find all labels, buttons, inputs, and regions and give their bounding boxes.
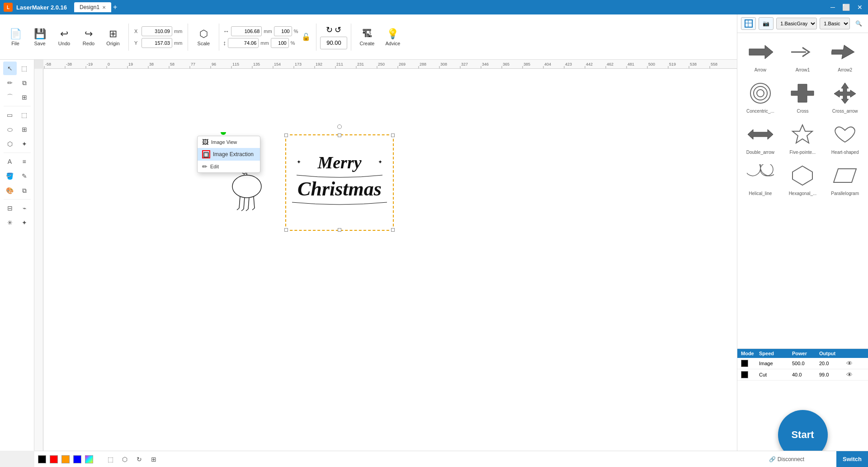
shape-item-five-pointed[interactable]: Five-pointe... xyxy=(783,119,822,157)
new-tab-button[interactable]: + xyxy=(113,3,117,11)
create-button[interactable]: 🏗 Create xyxy=(355,26,379,48)
shape-item-hexagonal[interactable]: Hexagonal_... xyxy=(783,160,822,198)
explode2-tool[interactable]: ✦ xyxy=(18,216,31,229)
polygon-tool[interactable]: ⬡ xyxy=(3,137,17,151)
shape-item-arrow1[interactable]: Arrow1 xyxy=(783,37,822,74)
explode-tool[interactable]: ✳ xyxy=(3,216,17,229)
fill-tool[interactable]: 🪣 xyxy=(3,169,17,183)
layer-row-image[interactable]: Image 500.0 20.0 👁 xyxy=(737,358,868,369)
active-tab[interactable]: Design1 ✕ xyxy=(74,2,111,12)
maximize-button[interactable]: ⬜ xyxy=(840,4,852,11)
text-tool[interactable]: A xyxy=(3,155,17,168)
popup-image-extraction[interactable]: 🔲 Image Extraction xyxy=(198,148,260,161)
image-layer-power: 20.0 xyxy=(819,361,846,366)
shape-item-cross[interactable]: Cross xyxy=(783,78,822,115)
handle-bl[interactable] xyxy=(284,228,288,232)
table-tool[interactable]: ⊟ xyxy=(3,201,17,215)
height-input[interactable] xyxy=(228,38,259,48)
layer-tool[interactable]: ⧉ xyxy=(18,184,31,197)
camera-tab[interactable]: 📷 xyxy=(759,17,774,30)
origin-button[interactable]: ⊞ Origin xyxy=(101,26,125,48)
node-tool[interactable]: ⬚ xyxy=(18,62,31,75)
svg-text:96: 96 xyxy=(212,62,216,67)
shape-panel-tab[interactable] xyxy=(741,17,756,30)
color-black[interactable] xyxy=(38,455,46,463)
shape-panel-header: 📷 1.BasicGray 1.Basic 🔍 xyxy=(737,14,868,33)
trace-tool[interactable]: ✎ xyxy=(18,169,31,183)
shape-subcategory-select[interactable]: 1.Basic xyxy=(820,18,850,29)
angle-input[interactable] xyxy=(320,37,347,49)
ellipse-tool[interactable]: ⬭ xyxy=(3,123,17,136)
width-input[interactable] xyxy=(231,26,262,36)
disconnect-button[interactable]: 🔗 Disconnect xyxy=(737,451,836,467)
star-tool[interactable]: ✦ xyxy=(18,137,31,151)
cut-layer-power: 99.0 xyxy=(819,372,846,377)
select-tool[interactable]: ↖ xyxy=(3,62,17,75)
shape-item-double-arrow[interactable]: Double_arrow xyxy=(741,119,780,157)
handle-br[interactable] xyxy=(391,228,395,232)
tool-row-8: 🪣 ✎ xyxy=(3,169,31,183)
shape-item-arrow2[interactable]: Arrow2 xyxy=(826,37,864,74)
x-input[interactable] xyxy=(142,26,172,36)
clone-tool[interactable]: ⧉ xyxy=(18,76,31,90)
shape-category-select[interactable]: 1.BasicGray xyxy=(776,18,817,29)
text2-tool[interactable]: ≡ xyxy=(18,155,31,168)
align-tool[interactable]: ⊞ xyxy=(18,91,31,104)
svg-text:538: 538 xyxy=(690,62,697,67)
color-tool[interactable]: 🎨 xyxy=(3,184,17,197)
select-rect-tool[interactable]: ⬚ xyxy=(104,453,117,466)
refresh-tool[interactable]: ↻ xyxy=(133,453,146,466)
svg-line-86 xyxy=(241,209,244,211)
tab-close-button[interactable]: ✕ xyxy=(102,5,106,10)
height-pct-input[interactable] xyxy=(271,38,289,48)
save-button[interactable]: 💾 Save xyxy=(28,26,52,48)
popup-edit[interactable]: ✏ Edit xyxy=(198,161,260,172)
rect-tool[interactable]: ▭ xyxy=(3,108,17,122)
tool-row-4: ▭ ⬚ xyxy=(3,108,31,122)
width-pct-input[interactable] xyxy=(274,26,292,36)
height-row: ↕ mm % xyxy=(223,38,298,48)
grid-view-tool[interactable]: ⊞ xyxy=(147,453,160,466)
redo-button[interactable]: ↪ Redo xyxy=(77,26,100,48)
file-button[interactable]: 📄 File xyxy=(4,26,27,48)
color-gradient[interactable] xyxy=(85,455,93,463)
shape-item-parallelogram[interactable]: Parallelogram xyxy=(826,160,864,198)
curve-tool[interactable]: ⌒ xyxy=(3,91,17,104)
handle-tm[interactable] xyxy=(338,133,341,137)
advice-button[interactable]: 💡 Advice xyxy=(381,26,405,48)
handle-bm[interactable] xyxy=(338,228,341,232)
close-button[interactable]: ✕ xyxy=(855,4,864,11)
color-blue[interactable] xyxy=(73,455,81,463)
origin-icon: ⊞ xyxy=(109,28,117,40)
undo-button[interactable]: ↩ Undo xyxy=(52,26,76,48)
magic-select-tool[interactable]: ⬡ xyxy=(118,453,131,466)
grid-tool[interactable]: ⊞ xyxy=(18,123,31,136)
path-tool[interactable]: ⌁ xyxy=(18,201,31,215)
rotate-ccw-icon[interactable]: ↺ xyxy=(335,25,341,35)
rotate-handle[interactable] xyxy=(337,124,342,129)
canvas[interactable]: .mc-text { font-family: 'Georgia', serif… xyxy=(43,69,737,451)
shape-item-helical[interactable]: Helical_line xyxy=(741,160,780,198)
pen-tool[interactable]: ✏ xyxy=(3,76,17,90)
handle-tl[interactable] xyxy=(284,133,288,137)
y-input[interactable] xyxy=(142,38,172,48)
christmas-image-container[interactable]: .mc-text { font-family: 'Georgia', serif… xyxy=(288,137,392,229)
image-layer-eye[interactable]: 👁 xyxy=(846,360,864,367)
lock-icon[interactable]: 🔓 xyxy=(302,33,311,41)
switch-button[interactable]: Switch xyxy=(836,451,868,467)
shape-item-arrow[interactable]: Arrow xyxy=(741,37,780,74)
handle-tr[interactable] xyxy=(391,133,395,137)
shape-item-cross-arrow[interactable]: Cross_arrow xyxy=(826,78,864,115)
shape-item-heart[interactable]: Heart-shaped xyxy=(826,119,864,157)
minimize-button[interactable]: ─ xyxy=(829,4,837,11)
popup-image-view[interactable]: 🖼 Image View xyxy=(198,136,260,148)
rect2-tool[interactable]: ⬚ xyxy=(18,108,31,122)
scale-button[interactable]: ⬡ Scale xyxy=(192,26,215,48)
shape-item-concentric[interactable]: Concentric_... xyxy=(741,78,780,115)
color-orange[interactable] xyxy=(61,455,70,463)
rotate-cw-icon[interactable]: ↻ xyxy=(326,25,333,35)
search-button[interactable]: 🔍 xyxy=(853,18,864,29)
cut-layer-eye[interactable]: 👁 xyxy=(846,371,864,378)
color-red[interactable] xyxy=(50,455,58,463)
layer-row-cut[interactable]: Cut 40.0 99.0 👁 xyxy=(737,369,868,381)
